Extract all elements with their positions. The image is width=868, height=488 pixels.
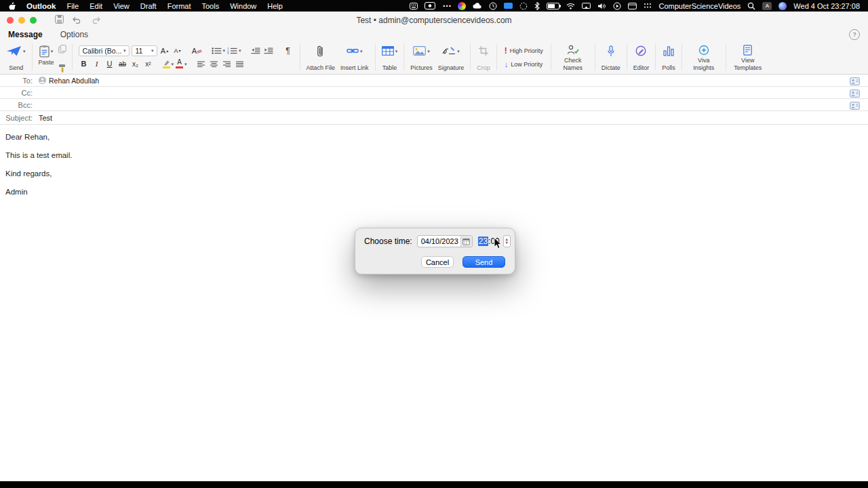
font-name-select[interactable]: Calibri (Bo...▾ [79,45,130,56]
grow-font-button[interactable]: A▴ [159,45,170,56]
clock-icon[interactable] [489,1,497,10]
window-icon[interactable] [628,1,637,10]
viva-insights-button[interactable]: Viva Insights [686,41,722,73]
subscript-button[interactable]: x₂ [130,59,141,69]
cc-field[interactable]: Cc: [0,87,868,99]
dots-grid-icon[interactable] [644,1,652,10]
polls-button[interactable]: Polls [659,41,678,73]
to-field[interactable]: To: Rehan Abdullah [0,75,868,87]
undo-icon[interactable] [73,14,82,26]
menu-window[interactable]: Window [230,2,256,10]
menu-format[interactable]: Format [167,2,191,10]
more-icon[interactable]: ⋯ [442,1,451,10]
menubar-clock[interactable]: Wed 4 Oct 23:27:08 [793,2,860,10]
zoom-window-button[interactable] [30,17,37,24]
shrink-font-button[interactable]: A▾ [172,45,183,56]
align-center-button[interactable] [209,59,220,69]
check-names-button[interactable]: Check Names [555,41,591,73]
menu-draft[interactable]: Draft [140,2,157,10]
menu-edit[interactable]: Edit [90,2,102,10]
menu-view[interactable]: View [113,2,130,10]
dialog-send-button[interactable]: Send [462,256,505,268]
low-priority-button[interactable]: ↓Low Priority [505,60,543,68]
copy-icon[interactable] [58,43,67,54]
recipient-chip[interactable]: Rehan Abdullah [39,77,99,85]
strikethrough-button[interactable]: ab [117,59,128,69]
italic-button[interactable]: I [92,59,102,69]
pictures-button[interactable]: ▾ Pictures [408,41,435,73]
signature-button[interactable]: ▾ Signature [435,41,467,73]
cloud-icon[interactable] [473,1,482,10]
high-priority-label: High Priority [510,47,543,54]
menu-app-name[interactable]: Outlook [26,2,56,10]
bluetooth-icon[interactable] [534,1,540,10]
underline-button[interactable]: U [104,59,115,69]
date-input[interactable]: 04/10/2023 [417,235,473,247]
redo-icon[interactable] [91,14,100,26]
font-size-select[interactable]: 11▾ [132,45,157,56]
increase-indent-button[interactable] [263,45,274,56]
low-priority-icon: ↓ [505,60,509,68]
justify-button[interactable] [235,59,245,69]
progress-circle-icon[interactable] [519,1,528,10]
align-center-icon [210,61,218,67]
tab-message[interactable]: Message [8,30,43,39]
save-icon[interactable] [55,14,64,26]
bullets-button[interactable]: ▾ [212,45,226,56]
tab-options[interactable]: Options [60,30,88,39]
menu-tools[interactable]: Tools [202,2,220,10]
minimize-window-button[interactable] [18,17,25,24]
superscript-button[interactable]: x² [143,59,154,69]
stepper-down-icon[interactable]: ▼ [505,241,509,245]
time-stepper[interactable]: ▲ ▼ [503,235,511,247]
help-button[interactable]: ? [849,29,860,40]
editor-button[interactable]: Editor [631,41,652,73]
high-priority-button[interactable]: !High Priority [505,46,543,56]
siri-icon[interactable] [778,1,787,10]
menubar-status-text[interactable]: ComputerScienceVideos [658,2,741,10]
time-hour[interactable]: 23 [478,237,488,246]
input-source-icon[interactable]: A [762,1,772,10]
up-arrow-icon: ▴ [166,49,168,53]
format-painter-icon[interactable] [58,62,67,73]
play-icon[interactable] [613,1,621,10]
bold-button[interactable]: B [79,59,90,69]
send-button[interactable]: ▾ Send [4,41,28,73]
cancel-button[interactable]: Cancel [421,256,454,268]
apple-menu[interactable] [8,1,16,10]
bcc-field[interactable]: Bcc: [0,99,868,111]
wifi-icon[interactable] [566,1,575,10]
ribbon-separator [496,43,497,70]
attach-file-button[interactable]: Attach File [304,41,338,73]
highlight-color-button[interactable]: ▾ [163,59,174,69]
menu-file[interactable]: File [66,2,79,10]
dictate-button[interactable]: Dictate [599,41,623,73]
decrease-indent-button[interactable] [250,45,261,56]
align-left-button[interactable] [196,59,207,69]
clear-formatting-button[interactable]: A [192,45,203,56]
table-button[interactable]: ▾ Table [379,41,401,73]
battery-icon[interactable] [547,1,559,10]
dictate-label: Dictate [601,64,620,71]
keyboard-icon[interactable] [410,1,418,10]
close-window-button[interactable] [7,17,14,24]
view-templates-button[interactable]: View Templates [730,41,766,73]
paragraph-marks-button[interactable]: ¶ [283,45,294,56]
display-icon[interactable] [504,1,513,10]
screen-mirroring-icon[interactable] [582,1,591,10]
align-right-button[interactable] [222,59,233,69]
numbering-button[interactable]: 1.2.3.▾ [227,45,241,56]
calendar-picker-button[interactable] [460,236,472,247]
subject-value: Test [39,114,52,122]
message-body[interactable]: Dear Rehan, This is a test email. Kind r… [0,123,868,481]
menu-help[interactable]: Help [267,2,283,10]
chevron-down-icon: ▾ [457,49,460,54]
insert-link-button[interactable]: ▾ Insert Link [338,41,372,73]
search-icon[interactable] [747,1,755,10]
volume-icon[interactable] [597,1,606,10]
screen-record-icon[interactable] [425,1,435,10]
font-color-button[interactable]: A▾ [176,59,187,69]
paste-button[interactable]: ▾ Paste [36,41,57,67]
chevron-down-icon: ▾ [239,48,241,53]
color-wheel-icon[interactable] [458,1,466,10]
